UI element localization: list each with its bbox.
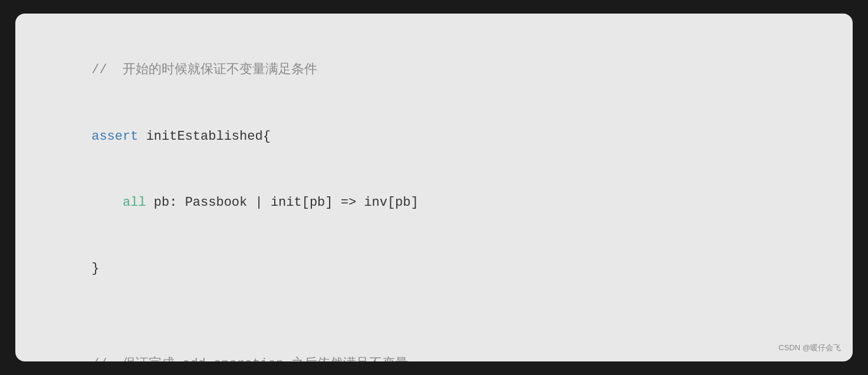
code-text: }: [91, 261, 99, 276]
comment-text: // 保证完成 add operation 之后依然满足不变量: [91, 357, 408, 361]
code-line: // 开始的时候就保证不变量满足条件: [45, 37, 823, 103]
code-text: initEstablished{: [138, 129, 270, 144]
watermark: CSDN @暖仔会飞: [778, 343, 841, 353]
code-line: // 保证完成 add operation 之后依然满足不变量: [45, 331, 823, 361]
code-text: [91, 195, 123, 210]
code-block-2: // 保证完成 add operation 之后依然满足不变量 assert A…: [45, 331, 823, 361]
all-keyword: all: [123, 195, 146, 210]
code-container: // 开始的时候就保证不变量满足条件 assert initEstablishe…: [15, 14, 853, 361]
comment-text: // 开始的时候就保证不变量满足条件: [91, 63, 317, 77]
code-line: }: [45, 236, 823, 302]
code-line: all pb: Passbook | init[pb] => inv[pb]: [45, 169, 823, 235]
code-line: assert initEstablished{: [45, 103, 823, 169]
assert-keyword: assert: [91, 129, 138, 144]
code-block-1: // 开始的时候就保证不变量满足条件 assert initEstablishe…: [45, 37, 823, 302]
code-text: pb: Passbook | init[pb] => inv[pb]: [146, 195, 419, 210]
